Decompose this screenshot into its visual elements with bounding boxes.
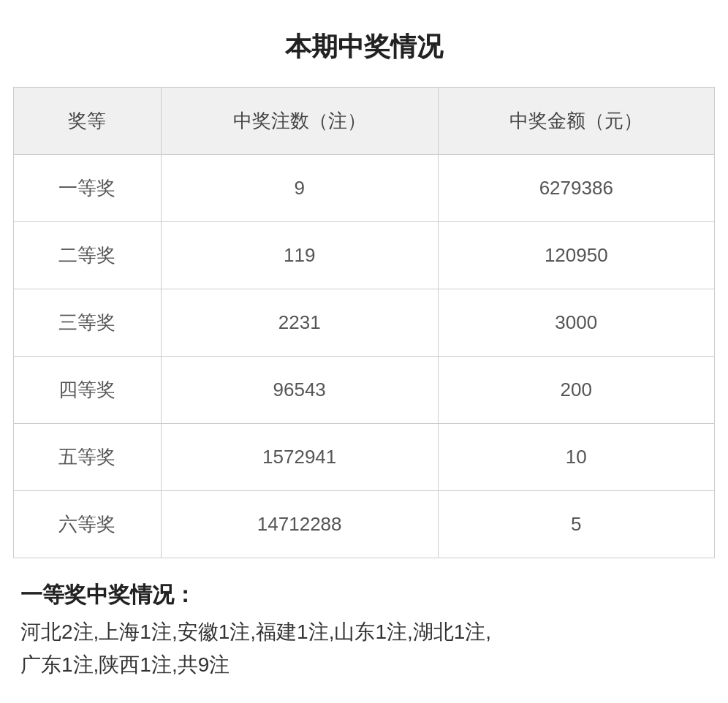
- header-count: 中奖注数（注）: [161, 88, 438, 155]
- cell-level: 五等奖: [14, 424, 161, 491]
- cell-count: 2231: [161, 289, 438, 357]
- cell-count: 96543: [161, 357, 438, 424]
- page-title: 本期中奖情况: [0, 15, 728, 87]
- cell-amount: 3000: [438, 289, 714, 357]
- cell-level: 四等奖: [14, 357, 161, 424]
- cell-amount: 5: [438, 491, 714, 558]
- cell-amount: 120950: [438, 222, 714, 289]
- header-amount: 中奖金额（元）: [438, 88, 714, 155]
- cell-amount: 6279386: [438, 155, 714, 222]
- header-prize-level: 奖等: [14, 88, 161, 155]
- cell-amount: 10: [438, 424, 714, 491]
- cell-count: 1572941: [161, 424, 438, 491]
- table-row: 二等奖119120950: [14, 222, 714, 289]
- table-row: 三等奖22313000: [14, 289, 714, 357]
- prize-info-detail-line2: 广东1注,陕西1注,共9注: [20, 649, 708, 682]
- cell-count: 9: [161, 155, 438, 222]
- cell-level: 二等奖: [14, 222, 161, 289]
- cell-amount: 200: [438, 357, 714, 424]
- cell-count: 14712288: [161, 491, 438, 558]
- prize-info-section: 一等奖中奖情况： 河北2注,上海1注,安徽1注,福建1注,山东1注,湖北1注, …: [13, 580, 715, 682]
- cell-level: 六等奖: [14, 491, 161, 558]
- prize-table: 奖等 中奖注数（注） 中奖金额（元） 一等奖96279386二等奖1191209…: [14, 88, 714, 558]
- cell-level: 三等奖: [14, 289, 161, 357]
- table-row: 一等奖96279386: [14, 155, 714, 222]
- prize-info-detail-line1: 河北2注,上海1注,安徽1注,福建1注,山东1注,湖北1注,: [20, 616, 708, 649]
- table-row: 四等奖96543200: [14, 357, 714, 424]
- cell-level: 一等奖: [14, 155, 161, 222]
- table-row: 五等奖157294110: [14, 424, 714, 491]
- prize-table-wrapper: 奖等 中奖注数（注） 中奖金额（元） 一等奖96279386二等奖1191209…: [13, 87, 715, 558]
- page-container: 本期中奖情况 奖等 中奖注数（注） 中奖金额（元） 一等奖96279386二等奖…: [0, 0, 728, 696]
- table-header-row: 奖等 中奖注数（注） 中奖金额（元）: [14, 88, 714, 155]
- cell-count: 119: [161, 222, 438, 289]
- table-row: 六等奖147122885: [14, 491, 714, 558]
- prize-info-title: 一等奖中奖情况：: [20, 580, 708, 610]
